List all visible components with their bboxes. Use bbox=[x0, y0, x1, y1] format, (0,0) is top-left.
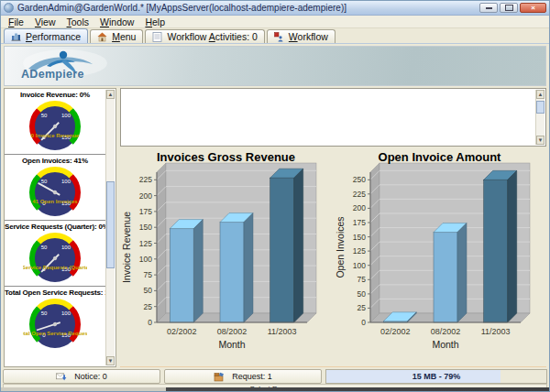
svg-text:150: 150 bbox=[139, 223, 152, 232]
gauge-section-service-requests-quarter[interactable]: Service Requests (Quarter): 0%0501001500… bbox=[5, 221, 105, 287]
svg-text:11/2003: 11/2003 bbox=[480, 327, 510, 336]
gauge-title: Service Requests (Quarter): 0% bbox=[5, 223, 105, 231]
workflow-activities-icon bbox=[152, 32, 163, 42]
request-button[interactable]: Request: 1 bbox=[164, 369, 322, 384]
svg-text:175: 175 bbox=[139, 207, 152, 216]
gauge-section-open-invoices[interactable]: Open Invoices: 41%05010015041 Open Invoi… bbox=[5, 155, 105, 221]
svg-text:50: 50 bbox=[41, 179, 48, 184]
tab-menu[interactable]: Menu bbox=[90, 29, 143, 43]
svg-text:0: 0 bbox=[148, 318, 152, 327]
gauge-dial[interactable]: 050100150Total Open Service Requests bbox=[5, 297, 105, 352]
menu-bar: FileViewToolsWindowHelp bbox=[1, 16, 549, 28]
svg-text:250: 250 bbox=[352, 175, 365, 184]
home-icon bbox=[97, 32, 108, 42]
menu-tools[interactable]: Tools bbox=[61, 16, 95, 27]
close-button[interactable]: × bbox=[520, 3, 546, 13]
scroll-down-icon[interactable]: ▼ bbox=[106, 356, 115, 365]
workflow-icon bbox=[274, 32, 285, 42]
bar-chart-icon bbox=[11, 31, 22, 41]
minimize-button[interactable] bbox=[479, 3, 498, 13]
gauge-list: Invoice Revenue: 0%0501001500 Invoice Re… bbox=[5, 89, 105, 352]
svg-text:50: 50 bbox=[357, 289, 366, 299]
svg-text:75: 75 bbox=[144, 270, 153, 279]
svg-text:75: 75 bbox=[357, 275, 366, 284]
svg-text:50: 50 bbox=[144, 286, 153, 295]
logo-head-icon bbox=[60, 51, 67, 59]
svg-text:Invoices Gross Revenue: Invoices Gross Revenue bbox=[157, 150, 295, 164]
status-bar: Notice: 0 Request: 1 15 MB - 79% bbox=[3, 369, 547, 384]
application-window: GardenAdmin@GardenWorld.* [MyAppsServer(… bbox=[0, 0, 550, 392]
close-icon: × bbox=[531, 4, 535, 12]
gauge-title: Invoice Revenue: 0% bbox=[5, 91, 105, 99]
menu-window[interactable]: Window bbox=[94, 16, 139, 27]
gauge-dial[interactable]: 0501001500 Invoice Revenue bbox=[5, 99, 105, 154]
svg-text:125: 125 bbox=[352, 246, 365, 256]
scroll-down-icon[interactable]: ▼ bbox=[536, 136, 544, 145]
app-icon bbox=[4, 3, 14, 13]
svg-text:Month: Month bbox=[432, 339, 458, 350]
sidebar-scrollbar-track[interactable] bbox=[106, 99, 115, 356]
adempiere-logo: ADempiere bbox=[10, 48, 157, 86]
tab-performance[interactable]: Performance bbox=[4, 28, 88, 43]
svg-text:08/2002: 08/2002 bbox=[430, 327, 460, 336]
detail-scrollbar-thumb[interactable] bbox=[536, 101, 544, 114]
memory-label: 15 MB - 79% bbox=[412, 372, 461, 381]
memory-indicator[interactable]: 15 MB - 79% bbox=[325, 369, 547, 384]
charts-area: 025507510012515017520022502/200208/20021… bbox=[120, 148, 546, 367]
performance-sidebar: Invoice Revenue: 0%0501001500 Invoice Re… bbox=[4, 88, 116, 367]
svg-text:02/2002: 02/2002 bbox=[380, 327, 411, 336]
svg-text:100: 100 bbox=[61, 310, 72, 316]
header-banner: ADempiere bbox=[4, 46, 546, 86]
notice-button[interactable]: Notice: 0 bbox=[3, 369, 160, 384]
chart-invoices-gross-revenue[interactable]: 025507510012515017520022502/200208/20021… bbox=[120, 148, 334, 366]
detail-panel-scrollbar[interactable]: ▲ ▼ bbox=[535, 90, 544, 145]
svg-text:200: 200 bbox=[139, 191, 152, 201]
scroll-up-icon[interactable]: ▲ bbox=[106, 90, 115, 99]
svg-text:11/2003: 11/2003 bbox=[268, 327, 297, 336]
tab-workflow[interactable]: Workflow bbox=[267, 29, 336, 43]
svg-text:50: 50 bbox=[41, 310, 48, 316]
svg-text:225: 225 bbox=[352, 190, 365, 199]
tab-label: Menu bbox=[112, 31, 136, 42]
svg-text:100: 100 bbox=[61, 113, 72, 118]
gauge-dial[interactable]: 05010015041 Open Invoices bbox=[5, 165, 105, 220]
tab-workflow-activities-0[interactable]: Workflow Activities: 0 bbox=[145, 29, 264, 43]
svg-text:Open Invoice Amount: Open Invoice Amount bbox=[378, 150, 501, 164]
svg-text:Open Invoices: Open Invoices bbox=[335, 216, 346, 278]
svg-text:25: 25 bbox=[357, 303, 366, 312]
menu-help[interactable]: Help bbox=[139, 16, 170, 27]
svg-text:200: 200 bbox=[352, 203, 365, 212]
svg-text:02/2002: 02/2002 bbox=[167, 327, 197, 336]
detail-panel: ▲ ▼ bbox=[120, 88, 546, 147]
svg-text:41 Open Invoices: 41 Open Invoices bbox=[32, 199, 78, 204]
svg-text:08/2002: 08/2002 bbox=[217, 327, 248, 336]
gauge-dial[interactable]: 0501001500 Service Requests (Quarter) bbox=[5, 231, 105, 286]
tab-label: Performance bbox=[26, 31, 81, 42]
detail-scrollbar-track[interactable] bbox=[536, 99, 544, 136]
restore-button[interactable] bbox=[500, 3, 518, 13]
gauge-title: Total Open Service Requests: 10% bbox=[5, 289, 105, 297]
window-controls: × bbox=[479, 3, 546, 13]
window-title: GardenAdmin@GardenWorld.* [MyAppsServer(… bbox=[17, 3, 479, 13]
menu-view[interactable]: View bbox=[29, 16, 61, 27]
svg-text:100: 100 bbox=[61, 179, 72, 184]
sidebar-scrollbar[interactable]: ▲ ▼ bbox=[105, 90, 115, 365]
taskbar-fragment bbox=[1, 387, 549, 391]
gauge-section-invoice-revenue[interactable]: Invoice Revenue: 0%0501001500 Invoice Re… bbox=[5, 89, 105, 155]
sidebar-scrollbar-thumb[interactable] bbox=[106, 181, 115, 269]
gauge-section-total-open-service-requests[interactable]: Total Open Service Requests: 10%05010015… bbox=[5, 287, 105, 352]
notice-envelope-icon bbox=[56, 372, 67, 382]
gauge-title: Open Invoices: 41% bbox=[5, 157, 105, 165]
svg-text:100: 100 bbox=[352, 261, 365, 270]
chart-open-invoice-amount[interactable]: 025507510012515017520022525002/200208/20… bbox=[334, 148, 547, 366]
svg-text:100: 100 bbox=[61, 245, 72, 250]
svg-text:Total Open Service Requests: Total Open Service Requests bbox=[23, 331, 87, 336]
svg-text:100: 100 bbox=[139, 255, 152, 264]
title-bar[interactable]: GardenAdmin@GardenWorld.* [MyAppsServer(… bbox=[1, 1, 549, 16]
menu-file[interactable]: File bbox=[3, 16, 29, 27]
svg-text:225: 225 bbox=[139, 175, 152, 184]
svg-text:0 Service Requests (Quarter): 0 Service Requests (Quarter) bbox=[23, 265, 87, 270]
scroll-up-icon[interactable]: ▲ bbox=[536, 90, 544, 99]
svg-text:25: 25 bbox=[144, 302, 153, 311]
request-icon bbox=[214, 372, 225, 382]
